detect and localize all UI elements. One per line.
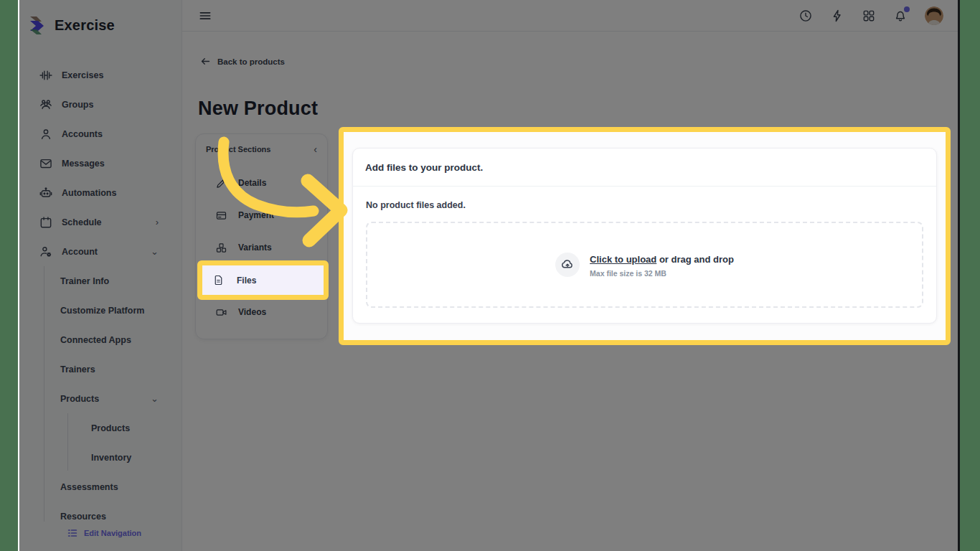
bell-icon[interactable] xyxy=(893,9,908,23)
back-to-products-link[interactable]: Back to products xyxy=(200,56,285,67)
credit-card-icon xyxy=(215,209,227,222)
logo-text: Exercise xyxy=(55,17,115,34)
topbar xyxy=(182,0,958,32)
envelope-icon xyxy=(39,156,53,171)
upload-instruction: Click to upload or drag and drop xyxy=(590,254,734,265)
page-title: New Product xyxy=(198,98,318,120)
file-icon xyxy=(212,274,225,286)
sidebar-nav: Exercises Groups Accounts xyxy=(19,60,182,542)
clock-icon[interactable] xyxy=(798,9,813,23)
apps-grid-icon[interactable] xyxy=(862,9,876,23)
sidebar-item-trainer-info[interactable]: Trainer Info xyxy=(19,266,182,296)
app-window: Exercise Exercises Groups xyxy=(18,0,960,551)
highlighted-files-section: Add files to your product. No product fi… xyxy=(339,127,951,345)
app-logo[interactable]: Exercise xyxy=(28,16,115,35)
sidebar: Exercise Exercises Groups xyxy=(19,0,182,551)
empty-files-text: No product files added. xyxy=(366,200,923,210)
sidebar-item-customize-platform[interactable]: Customize Platform xyxy=(19,296,182,325)
sidebar-item-connected-apps[interactable]: Connected Apps xyxy=(19,325,182,354)
section-item-payment[interactable]: Payment xyxy=(203,202,320,228)
sidebar-item-products-nested[interactable]: Products xyxy=(19,413,182,443)
desktop-background: Exercise Exercises Groups xyxy=(0,0,980,551)
section-item-videos[interactable]: Videos xyxy=(203,299,320,325)
sidebar-item-inventory[interactable]: Inventory xyxy=(19,443,182,472)
click-to-upload-link[interactable]: Click to upload xyxy=(590,254,656,265)
sidebar-item-assessments[interactable]: Assessments xyxy=(19,472,182,501)
upload-hint: Max file size is 32 MB xyxy=(590,269,734,278)
video-icon xyxy=(215,306,227,319)
arrow-left-icon xyxy=(200,56,211,67)
pencil-icon xyxy=(215,177,227,189)
sidebar-item-products[interactable]: Products ⌄ xyxy=(19,384,182,413)
robot-icon xyxy=(39,186,53,200)
sidebar-item-exercises[interactable]: Exercises xyxy=(19,60,182,90)
section-item-details[interactable]: Details xyxy=(203,170,320,196)
upload-cloud-icon xyxy=(555,253,580,277)
person-gear-icon xyxy=(39,245,53,259)
chevron-right-icon: › xyxy=(156,217,159,227)
person-icon xyxy=(39,127,53,141)
chevron-down-icon: ⌄ xyxy=(151,393,159,404)
list-icon xyxy=(67,527,78,539)
avatar[interactable] xyxy=(925,6,943,25)
highlighted-files-item[interactable]: Files xyxy=(197,260,329,300)
product-sections-panel: Product Sections ‹ Details Payment xyxy=(195,133,328,339)
sidebar-item-groups[interactable]: Groups xyxy=(19,90,182,119)
section-item-variants[interactable]: Variants xyxy=(203,235,320,260)
calendar-icon xyxy=(39,215,53,230)
sidebar-item-automations[interactable]: Automations xyxy=(19,178,182,207)
dumbbell-icon xyxy=(39,68,53,83)
sidebar-item-account[interactable]: Account ⌄ xyxy=(19,237,182,266)
chevron-down-icon: ⌄ xyxy=(151,246,159,257)
edit-navigation-button[interactable]: Edit Navigation xyxy=(19,524,182,542)
sidebar-item-messages[interactable]: Messages xyxy=(19,149,182,178)
hamburger-icon[interactable] xyxy=(198,9,212,23)
topbar-icons xyxy=(798,0,943,32)
panel-title: Product Sections xyxy=(206,145,270,154)
files-card: Add files to your product. No product fi… xyxy=(352,148,937,324)
logo-icon xyxy=(28,16,50,35)
groups-icon xyxy=(39,98,53,112)
boxes-icon xyxy=(215,242,227,254)
collapse-panel-button[interactable]: ‹ xyxy=(314,144,317,154)
files-card-header: Add files to your product. xyxy=(353,149,936,187)
sidebar-item-schedule[interactable]: Schedule › xyxy=(19,207,182,237)
lightning-icon[interactable] xyxy=(830,9,844,23)
sidebar-item-accounts[interactable]: Accounts xyxy=(19,119,182,149)
notification-dot xyxy=(904,6,910,12)
file-dropzone[interactable]: Click to upload or drag and drop Max fil… xyxy=(366,222,923,308)
sidebar-item-trainers[interactable]: Trainers xyxy=(19,354,182,384)
